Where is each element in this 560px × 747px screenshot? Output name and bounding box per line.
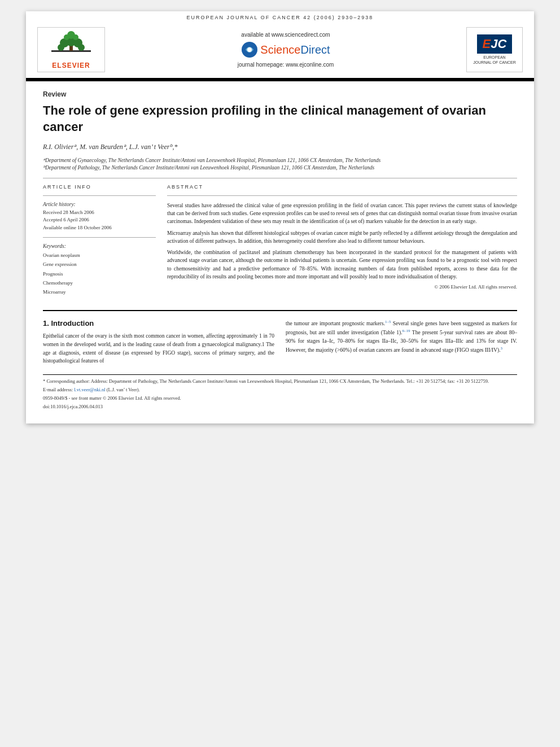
affiliation-a: ᵃDepartment of Gynaecology, The Netherla… [43,158,380,163]
abstract-col: ABSTRACT Several studies have addressed … [167,184,517,302]
abstract-text: Several studies have addressed the clini… [167,202,517,281]
article-type-label: Review [43,90,517,98]
footnote-area: * Corresponding author: Address: Departm… [43,374,517,410]
ejc-badge: EJC [477,34,513,54]
copyright: © 2006 Elsevier Ltd. All rights reserved… [167,284,517,290]
email-footnote: E-mail address: l.vt.veer@nki.nl (L.J. v… [43,387,517,394]
info-abstract-cols: ARTICLE INFO Article history: Received 2… [43,184,517,302]
sd-url: available at www.sciencedirect.com [105,32,466,38]
divider-info [43,195,156,196]
doi-footnote: doi:10.1016/j.ejca.2006.04.013 [43,404,517,410]
email-suffix: (L.J. van’ t Veer). [107,387,140,392]
svg-point-8 [64,34,69,40]
article-body: Review The role of gene expression profi… [26,81,534,423]
center-logo: available at www.sciencedirect.com Scien… [105,32,466,68]
affiliation-b: ᵇDepartment of Pathology, The Netherland… [43,165,374,171]
intro-left: 1. Introduction Epithelial cancer of the… [43,319,274,365]
keywords-list: Ovarian neoplasmGene expressionPrognosis… [43,251,156,296]
email-label: E-mail address: [43,387,73,392]
intro-left-text: Epithelial cancer of the ovary is the si… [43,332,274,365]
intro-heading: 1. Introduction [43,319,274,327]
intro-title: Introduction [51,319,94,327]
intro-right-text: the tumour are important prognostic mark… [286,319,517,354]
sd-logo: ScienceDirect [105,41,466,58]
intro-right: the tumour are important prognostic mark… [286,319,517,365]
affiliations: ᵃDepartment of Gynaecology, The Netherla… [43,157,517,172]
available-online: Available online 18 October 2006 [43,224,156,232]
received: Received 28 March 2006 [43,209,156,217]
article-info-label: ARTICLE INFO [43,184,156,190]
keywords-label: Keywords: [43,243,156,249]
article-info-col: ARTICLE INFO Article history: Received 2… [43,184,156,302]
keywords-section: Keywords: Ovarian neoplasmGene expressio… [43,243,156,296]
article-history: Article history: Received 28 March 2006 … [43,202,156,232]
svg-point-9 [73,34,78,40]
svg-point-11 [247,47,252,52]
issn-footnote: 0959-8049/$ - see front matter © 2006 El… [43,395,517,402]
abstract-label: ABSTRACT [167,184,517,190]
ejc-logo: EJC EUROPEANJOURNAL OF CANCER [466,27,523,72]
divider-abstract [167,195,517,196]
svg-point-6 [78,44,85,51]
authors: R.I. Olivierᵃ, M. van Beurdenᵃ, L.J. van… [43,143,517,151]
article-header: EUROPEAN JOURNAL OF CANCER 42 (2006) 293… [26,11,534,81]
journal-title-bar: EUROPEAN JOURNAL OF CANCER 42 (2006) 293… [26,11,534,23]
ejc-subtitle: EUROPEANJOURNAL OF CANCER [473,55,516,65]
divider-keywords [43,237,156,238]
journal-homepage: journal homepage: www.ejconline.com [105,62,466,68]
email-link[interactable]: l.vt.veer@nki.nl [74,387,105,392]
sd-text: ScienceDirect [260,43,330,56]
logos-row: ELSEVIER available at www.sciencedirect.… [26,23,534,80]
accepted: Accepted 6 April 2006 [43,216,156,224]
elsevier-label: ELSEVIER [52,62,90,69]
article-title: The role of gene expression profiling in… [43,103,517,135]
article-page: EUROPEAN JOURNAL OF CANCER 42 (2006) 293… [26,11,534,423]
section-divider [43,310,517,311]
intro-num: 1. [43,319,49,327]
elsevier-logo: ELSEVIER [37,27,105,72]
history-label: Article history: [43,202,156,207]
svg-point-5 [58,44,64,51]
introduction-section: 1. Introduction Epithelial cancer of the… [43,319,517,365]
divider-1 [43,178,517,178]
corresponding-footnote: * Corresponding author: Address: Departm… [43,378,517,385]
